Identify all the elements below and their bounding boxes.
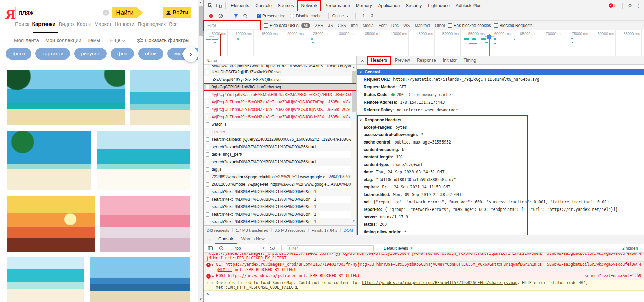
request-row[interactable]: 26812653?wmode=7&page-ref=https%3A%2F%2F…: [204, 181, 356, 188]
device-toolbar-icon[interactable]: [216, 3, 222, 8]
request-type-filter[interactable]: All: [301, 23, 310, 28]
request-type-filter[interactable]: Doc: [391, 23, 399, 28]
has-blocked-cookies-checkbox[interactable]: Has blocked cookies: [448, 23, 491, 28]
yandex-nav-item[interactable]: Переводчик: [138, 21, 166, 27]
yandex-logo[interactable]: Я: [5, 6, 15, 22]
yandex-nav-item[interactable]: Все: [169, 21, 178, 27]
request-row[interactable]: search?callback=jQuery21408212898000075_…: [204, 136, 356, 143]
console-drawer-tab[interactable]: What's New: [239, 235, 268, 244]
yandex-nav-item[interactable]: Карты: [77, 21, 91, 27]
inspect-element-icon[interactable]: [208, 3, 213, 8]
name-column-header[interactable]: Name: [204, 56, 356, 65]
page-scrollbar[interactable]: ▲ ▼: [198, 0, 203, 302]
hide-data-urls-checkbox[interactable]: Hide data URLs: [264, 23, 299, 28]
filter-chip[interactable]: фото: [6, 48, 31, 60]
devtools-tab-network[interactable]: Network: [298, 3, 321, 8]
message-source-link[interactable]: 58wqww-sa3gbmtLoil5r…wk3Vgm5v1xoufelDw:4: [542, 253, 641, 256]
filter-chip[interactable]: фон: [111, 48, 134, 60]
request-type-filter[interactable]: Media: [363, 23, 374, 28]
yandex-nav-item[interactable]: Новости: [115, 21, 134, 27]
clear-search-icon[interactable]: ×: [103, 10, 109, 16]
devtools-tab-console[interactable]: Console: [252, 1, 275, 11]
yandex-nav-item[interactable]: Маркет: [94, 21, 112, 27]
request-row[interactable]: 9qIkGgCTPID6s1nWltG_hurGebw.svg: [204, 83, 356, 91]
request-type-filter[interactable]: WS: [403, 23, 410, 28]
console-error-message[interactable]: × ▶ POST https://an.yandex.ru/jstracer n…: [204, 273, 644, 280]
yandex-nav-item[interactable]: Поиск: [15, 21, 29, 27]
throttling-select[interactable]: Online▼: [332, 14, 349, 18]
request-row[interactable]: table=imgs_perf/: [204, 151, 356, 158]
details-tab-timing[interactable]: Timing: [460, 57, 480, 64]
request-row[interactable]: watch.js: [204, 121, 356, 128]
blocked-url-link[interactable]: https://an.yandex.ru/jstracer: [228, 273, 296, 278]
console-error-message[interactable]: × ▶ GET https://yandex.ru/images/_crpd/B…: [204, 262, 644, 273]
request-row[interactable]: search?text=%D0%BF%D0%BB%D1%8F%D0%B6&nl=…: [204, 158, 356, 166]
request-row[interactable]: search?text=%D0%BF%D0%BB%D1%8F%D0%B6&nl=…: [204, 203, 356, 211]
search-icon[interactable]: [243, 14, 248, 18]
request-row[interactable]: 4yjPcq7YmTja6vKZa-rbEAKM5kH6P6drKF2JA2RO…: [204, 91, 356, 98]
details-tab-headers[interactable]: Headers: [368, 58, 390, 63]
request-row[interactable]: aScVhvqqN49YyzGlv_ESiZVQthc.svg: [204, 76, 356, 83]
blocked-url-link[interactable]: https://yandex.ru/images/_crpd/BF5om4115…: [226, 262, 543, 267]
image-result[interactable]: [130, 70, 190, 125]
devtools-tab-adblock-plus[interactable]: Adblock Plus: [453, 1, 484, 11]
yandex-subnav-item[interactable]: Темы: [87, 37, 104, 43]
request-row[interactable]: 4yjPcg-JuThbnrJ9e-5rxONZkuAeT-euvZ34UjWe…: [204, 106, 356, 113]
request-row[interactable]: search?text=%D0%BF%D0%BB%D1%8F%D0%B6&nl=…: [204, 218, 356, 225]
clear-icon[interactable]: [218, 14, 223, 18]
preserve-log-checkbox[interactable]: Preserve log: [257, 14, 285, 18]
expand-triangle-icon[interactable]: ▶: [212, 281, 213, 284]
log-levels-select[interactable]: Default levels▼: [384, 246, 413, 251]
hidden-messages-badge[interactable]: 2 hidden: [622, 246, 638, 251]
request-row[interactable]: 722889?wmode=7&page-ref=https%3A%2F%2Fww…: [204, 173, 356, 181]
eye-icon[interactable]: [270, 247, 275, 250]
request-row[interactable]: search?text=%D0%BF%D0%BB%D1%8F%D0%B6&nl=…: [204, 211, 356, 218]
request-row[interactable]: search?text=%D0%BF%D0%BB%D1%8F%D0%B6&nl=…: [204, 143, 356, 151]
more-options-icon[interactable]: ⋮: [636, 3, 641, 9]
scroll-up-arrow[interactable]: ▲: [198, 0, 203, 5]
record-button[interactable]: [209, 14, 213, 18]
image-result[interactable]: [90, 257, 190, 302]
general-section-header[interactable]: ▼General: [357, 69, 644, 76]
blocked-url-link[interactable]: jMfMrzI: [216, 267, 232, 272]
search-button[interactable]: Найти: [112, 7, 143, 18]
devtools-tab-lighthouse[interactable]: Lighthouse: [425, 1, 453, 11]
expand-triangle-icon[interactable]: ▶: [212, 274, 214, 279]
devtools-tab-sources[interactable]: Sources: [275, 1, 297, 11]
request-row[interactable]: ikAUDbPStTX2qjjdBdZwXkcKcR0.svg: [204, 68, 356, 76]
filter-funnel-icon[interactable]: [234, 14, 238, 18]
console-drawer-tab[interactable]: Console: [215, 235, 237, 244]
import-har-icon[interactable]: ↥: [361, 13, 365, 18]
disable-cache-checkbox[interactable]: Disable cache: [290, 14, 321, 18]
console-warning-message[interactable]: ⚠ ▶ DevTools failed to load SourceMap: C…: [204, 280, 644, 291]
details-tab-initiator[interactable]: Initiator: [439, 57, 460, 64]
yandex-nav-item[interactable]: Видео: [59, 21, 74, 27]
filter-chip[interactable]: обои: [138, 48, 163, 60]
devtools-tab-elements[interactable]: Elements: [228, 1, 252, 11]
image-result[interactable]: [7, 196, 95, 252]
request-row[interactable]: tag.js: [204, 166, 356, 173]
show-filters-button[interactable]: Показать фильтры: [137, 37, 189, 43]
execution-context-select[interactable]: top▼: [235, 246, 265, 251]
scroll-down-arrow[interactable]: ▼: [351, 219, 356, 224]
yandex-subnav-item[interactable]: Моя лента: [14, 37, 39, 43]
image-result[interactable]: [100, 196, 190, 252]
console-sidebar-icon[interactable]: [208, 246, 213, 250]
request-row[interactable]: search?text=%D0%BF%D0%BB%D1%8F%D0%B6&nl=…: [204, 188, 356, 196]
request-type-filter[interactable]: Manifest: [415, 23, 430, 28]
image-result[interactable]: [7, 257, 84, 302]
image-result[interactable]: [7, 70, 125, 125]
filter-chip[interactable]: картинки: [35, 48, 70, 60]
scroll-up-arrow[interactable]: ▲: [351, 65, 356, 70]
devtools-tab-application[interactable]: Application: [375, 1, 403, 11]
login-button[interactable]: Войти: [163, 7, 191, 18]
devtools-tab-security[interactable]: Security: [403, 1, 425, 11]
yandex-subnav-item[interactable]: Ещё: [110, 37, 125, 43]
yandex-nav-item[interactable]: Картинки: [32, 21, 56, 27]
request-row[interactable]: 58wqww-sa3gbmtN5Gx8aHadfpbv_xPa229LsWcVl…: [204, 65, 356, 68]
blocked-url-link[interactable]: jMfMrzI: [206, 256, 223, 261]
request-type-filter[interactable]: CSS: [338, 23, 346, 28]
console-error-message[interactable]: https://yandex.ru/images/_crpd/BF5om4115…: [204, 253, 644, 262]
blocked-url-link[interactable]: https://yandex.ru/images/_crpd/BF5om4115…: [206, 253, 542, 256]
status-bar-domcontentloaded[interactable]: DOM: [341, 228, 356, 232]
